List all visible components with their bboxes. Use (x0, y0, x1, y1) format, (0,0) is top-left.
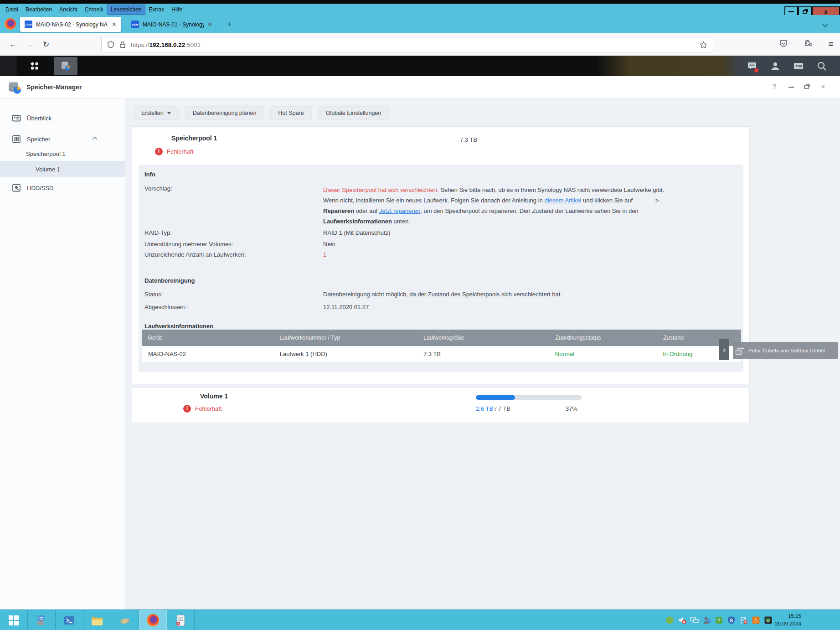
pool-detail-panel: Info Vorschlag: Dieser Speicherpool hat … (139, 165, 743, 372)
sidebar-item-hdd-ssd[interactable]: HDD/SSD (0, 180, 125, 196)
documentation-button[interactable] (111, 610, 139, 630)
erstellen-button[interactable]: Erstellen (134, 106, 179, 120)
tab-title: MAIO-NAS-01 - Synology NAS (143, 21, 204, 28)
url-bar[interactable]: https://192.168.0.22:5001 (101, 37, 713, 52)
lock-warning-icon[interactable] (119, 41, 126, 48)
storage-manager-taskbar-button[interactable] (54, 57, 77, 75)
multivolume-label: Unterstützung mehrerer Volumes: (144, 241, 233, 248)
hot-spare-button[interactable]: Hot Spare (270, 106, 311, 120)
reload-button[interactable]: ↻ (39, 38, 53, 52)
tab-maio-nas-02[interactable]: DSM MAIO-NAS-02 - Synology NAS ✕ (20, 17, 121, 32)
raid-typ-label: RAID-Typ: (144, 229, 172, 236)
storage-manager-icon (8, 81, 21, 94)
show-desktop-button[interactable] (0, 56, 16, 76)
network-icon[interactable] (690, 616, 699, 625)
scrub-status-label: Status: (144, 291, 163, 298)
app-menu-hamburger-icon[interactable]: ≡ (828, 39, 834, 49)
hdd-icon (12, 183, 21, 192)
dsm-close-icon[interactable]: × (819, 83, 827, 90)
menu-extras[interactable]: Extras (145, 5, 168, 14)
user-account-icon[interactable] (770, 61, 781, 72)
menu-ansicht[interactable]: Ansicht (56, 5, 81, 14)
extensions-puzzle-icon[interactable] (804, 39, 813, 48)
action-flag-icon[interactable] (739, 616, 748, 625)
col-zuordnungsstatus: Zuordnungsstatus (549, 335, 657, 341)
taskbar-clock[interactable]: 15:15 20.09.2024 (768, 612, 801, 628)
bookmark-star-icon[interactable] (700, 41, 707, 49)
scrub-done-value: 12.11.2020 01:27 (323, 304, 369, 310)
main-menu-button[interactable] (20, 56, 49, 76)
sidebar-item-speicherpool-1[interactable]: Speicherpool 1 (0, 147, 125, 161)
firefox-taskbar-button[interactable] (139, 610, 167, 630)
caret-down-icon (167, 112, 171, 114)
sidebar-item-volume-1[interactable]: Volume 1 (0, 161, 125, 177)
col-laufwerksnummer: Laufwerksnummer / Typ (273, 335, 417, 341)
dsm-minimize-icon[interactable] (788, 87, 794, 88)
globale-einstellungen-button[interactable]: Globale Einstellungen (318, 106, 389, 120)
volume-muted-icon[interactable] (678, 616, 686, 625)
window-title: Speicher-Manager (26, 83, 82, 91)
menu-hilfe[interactable]: Hilfe (168, 5, 186, 14)
storage-bays-icon (12, 134, 21, 144)
pool-name: Speicherpool 1 (171, 134, 217, 142)
browser-tabbar: DSM MAIO-NAS-02 - Synology NAS ✕ DSM MAI… (0, 15, 840, 33)
storage-manager-titlebar[interactable]: Speicher-Manager ? × (0, 76, 840, 98)
suggestion-text: Dieser Speicherpool hat sich verschlecht… (323, 185, 669, 227)
drive-table: Gerät Laufwerksnummer / Typ Laufwerksgrö… (142, 330, 741, 362)
volume-status-label: Fehlerhaft (195, 405, 222, 412)
navbar-right-icons: ≡ (779, 39, 834, 49)
menu-chronik[interactable]: Chronik (81, 5, 107, 14)
file-explorer-button[interactable] (83, 610, 111, 630)
dsm-restore-icon[interactable] (804, 85, 809, 89)
pocket-icon[interactable] (779, 39, 788, 48)
tab-title: MAIO-NAS-02 - Synology NAS (36, 21, 108, 28)
powershell-button[interactable] (56, 610, 83, 630)
app-help-icon[interactable]: ? (715, 616, 723, 625)
menu-datei[interactable]: Datei (2, 5, 22, 14)
notifications-chat-icon[interactable] (747, 61, 758, 72)
user-session-icon[interactable]: ? (702, 616, 711, 625)
tab-maio-nas-01[interactable]: DSM MAIO-NAS-01 - Synology NAS ✕ (127, 17, 217, 32)
dsm-desktop: Speicher-Manager ? × (0, 56, 840, 609)
window-top-strip (0, 0, 840, 4)
tab-close-icon[interactable]: ✕ (207, 21, 212, 28)
raid-typ-value: RAID 1 (Mit Datenschutz) (323, 229, 390, 236)
tab-list-chevron-icon[interactable] (823, 22, 829, 28)
shield-icon[interactable] (107, 41, 114, 48)
search-icon[interactable] (816, 61, 827, 72)
col-geraet: Gerät (142, 335, 273, 341)
volume-usage-fill (476, 395, 515, 400)
volume-used-link[interactable]: 2.6 TB (476, 405, 493, 412)
help-icon[interactable]: ? (770, 83, 778, 90)
jetzt-reparieren-link[interactable]: Jetzt reparieren (379, 207, 420, 214)
widgets-icon[interactable] (793, 61, 804, 72)
menu-bearbeiten[interactable]: Bearbeiten (22, 5, 56, 14)
dsm-window-controls: ? × (770, 83, 827, 90)
sidebar-item-label: HDD/SSD (27, 185, 54, 191)
server-manager-button[interactable] (28, 610, 56, 630)
sidebar: Überblick Speicher Speicherpool 1 (0, 98, 125, 609)
datenbereinigung-heading: Datenbereinigung (144, 277, 195, 284)
pool-status-label: Fehlerhaft (167, 148, 194, 155)
s-shield-icon[interactable]: S (727, 616, 736, 625)
chevron-up-icon[interactable] (92, 136, 97, 141)
new-tab-button[interactable]: + (224, 20, 234, 30)
system-tray: ? ? S (665, 610, 773, 630)
sidebar-item-speicher[interactable]: Speicher (0, 131, 125, 147)
sidebar-item-label: Speicher (27, 136, 50, 143)
sidebar-item-ueberblick[interactable]: Überblick (0, 110, 125, 126)
session-overlay-tooltip[interactable]: Petar Čubela von Softbox GmbH (733, 342, 838, 359)
sbx-tray-icon[interactable] (665, 616, 674, 625)
drive-table-row[interactable]: MAIO-NAS-02 Laufwerk 1 (HDD) 7.3 TB Norm… (142, 346, 741, 362)
event-viewer-button[interactable] (167, 610, 195, 630)
diesem-artikel-link[interactable]: diesem Artikel (544, 197, 581, 204)
tab-close-icon[interactable]: ✕ (112, 21, 117, 28)
menu-lesezeichen[interactable]: Lesezeichen (107, 5, 145, 14)
start-button[interactable] (0, 610, 28, 630)
session-overlay-collapse-button[interactable] (719, 339, 729, 360)
back-button[interactable]: ← (6, 38, 20, 52)
java-updater-icon[interactable] (752, 616, 760, 625)
server-manager-icon (35, 614, 48, 627)
datenbereinigung-planen-button[interactable]: Datenbereinigung planen (185, 106, 264, 120)
main-menu-grid-icon (31, 62, 39, 70)
